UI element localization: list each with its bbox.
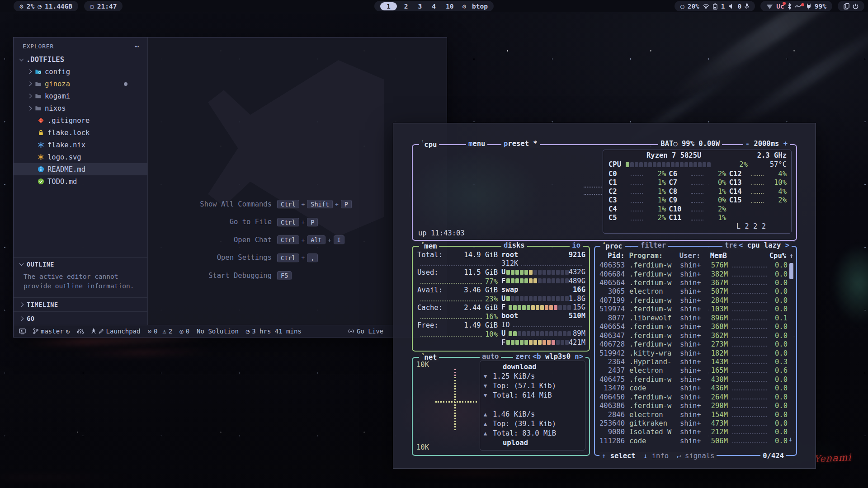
- mem-box-title[interactable]: ²mem: [419, 241, 439, 250]
- remote-window-button[interactable]: [19, 328, 26, 334]
- tree-item-logo.svg[interactable]: logo.svg: [14, 151, 147, 163]
- process-row[interactable]: 2364.Hyprland-shin+143M0.3: [596, 357, 793, 366]
- interval-increase-button[interactable]: +: [783, 140, 788, 148]
- outline-section-header[interactable]: OUTLINE: [14, 257, 147, 271]
- process-table-header[interactable]: Pid: Program: User: MemB Cpu% ↑: [596, 251, 793, 260]
- core-graph: [631, 216, 643, 221]
- process-row[interactable]: 3065electronshin+507M0.0: [596, 287, 793, 296]
- meter-block: [527, 305, 530, 310]
- net-interface-switcher[interactable]: <b wlp3s0 n>: [530, 352, 585, 361]
- process-row[interactable]: 407199.ferdium-wshin+284M0.0: [596, 296, 793, 305]
- proc-sort-selector[interactable]: < cpu lazy >: [736, 241, 792, 249]
- meter-block: [520, 270, 524, 275]
- cpu-gauge-icon: ⚙: [19, 3, 24, 10]
- process-row[interactable]: 406386.ferdium-wshin+290M0.0: [596, 401, 793, 410]
- meter-block: [536, 305, 539, 310]
- go-live-button[interactable]: Go Live: [348, 328, 383, 335]
- disks-toggle[interactable]: disks: [501, 241, 527, 249]
- tree-root-dotfiles[interactable]: .DOTFILES: [14, 53, 147, 66]
- process-row[interactable]: 2437electronshin+165M0.6: [596, 366, 793, 375]
- info-action[interactable]: info: [652, 452, 669, 460]
- launchpad-button[interactable]: Launchpad: [91, 328, 141, 335]
- disk-meter: [506, 278, 569, 283]
- workspace-button-4[interactable]: 4: [429, 3, 439, 10]
- problems-indicator[interactable]: ⊘ 0 ⚠ 2: [147, 328, 172, 335]
- go-section-header[interactable]: GO: [14, 311, 147, 325]
- process-row[interactable]: 519974.ferdium-wshin+103M0.0: [596, 305, 793, 314]
- meter-block: [563, 305, 566, 310]
- time-tracker[interactable]: ◔ 3 hrs 41 mins: [246, 328, 302, 335]
- signals-action[interactable]: signals: [685, 452, 714, 460]
- cpu-box-title[interactable]: ¹cpu: [419, 140, 439, 149]
- network-tray-icon[interactable]: [766, 4, 773, 9]
- tree-item-kogami[interactable]: kogami: [14, 90, 147, 102]
- tree-item-flake.nix[interactable]: flake.nix: [14, 139, 147, 151]
- process-row[interactable]: 9080Isolated Wshin+212M0.0: [596, 428, 793, 436]
- wave-tray-icon[interactable]: [795, 4, 803, 9]
- process-row[interactable]: 406353.ferdium-wshin+576M0.0: [596, 261, 793, 269]
- preset-button[interactable]: preset *: [501, 140, 540, 148]
- menu-button[interactable]: menu: [466, 140, 487, 148]
- proc-filter-button[interactable]: filter: [638, 241, 668, 249]
- meter-block: [506, 296, 510, 301]
- process-row[interactable]: 406728.ferdium-wshin+273M0.0: [596, 340, 793, 348]
- git-branch-indicator[interactable]: master ↻: [33, 327, 70, 335]
- process-row[interactable]: 406475.ferdium-wshin+430M0.0: [596, 375, 793, 384]
- meter-block: [565, 340, 569, 345]
- net-box-title[interactable]: ³net: [419, 352, 439, 361]
- explorer-more-actions-icon[interactable]: ⋯: [135, 42, 139, 51]
- workspace-button-2[interactable]: 2: [401, 3, 411, 10]
- process-mem-graph: [732, 281, 767, 285]
- process-cpu: 0.0: [769, 402, 788, 410]
- proc-box-title[interactable]: ⁴proc: [600, 241, 625, 250]
- source-control-graph-button[interactable]: [77, 328, 84, 334]
- workspace-button-3[interactable]: 3: [415, 3, 425, 10]
- scroll-up-icon[interactable]: ↑: [786, 252, 793, 260]
- io-mode-toggle[interactable]: io: [570, 241, 583, 249]
- scroll-down-icon[interactable]: ↓: [788, 435, 793, 443]
- process-mem: 165M: [706, 366, 728, 375]
- tree-item-README.md[interactable]: README.md: [14, 163, 147, 175]
- process-row[interactable]: 406654.ferdium-wshin+368M0.0: [596, 323, 793, 331]
- select-action[interactable]: select: [610, 452, 636, 460]
- battery-percent: 99%: [815, 3, 826, 10]
- timeline-section-header[interactable]: TIMELINE: [14, 297, 147, 311]
- uc-tray-icon[interactable]: Uc: [776, 3, 784, 10]
- process-row[interactable]: 519942.kitty-wrashin+182M0.0: [596, 349, 793, 357]
- process-row[interactable]: 111286codeshin+506M0.0: [596, 436, 793, 445]
- process-row[interactable]: 2846electronshin+154M0.0: [596, 410, 793, 419]
- meter-block: [533, 270, 537, 275]
- process-row[interactable]: 406564.ferdium-wshin+367M0.0: [596, 278, 793, 287]
- tree-item-.gitignore[interactable]: .gitignore: [14, 114, 147, 127]
- process-row[interactable]: 8077.librewolfshin+896M0.1: [596, 314, 793, 322]
- process-row[interactable]: 253640gitkrakenshin+473M0.0: [596, 419, 793, 427]
- tree-item-flake.lock[interactable]: flake.lock: [14, 127, 147, 139]
- actions-pill: [838, 1, 864, 11]
- bluetooth-icon[interactable]: [788, 3, 792, 9]
- process-user: shin+: [680, 323, 706, 331]
- core-row-C3: C31%: [609, 196, 666, 205]
- ports-indicator[interactable]: ◎ 0: [179, 328, 189, 335]
- workspace-button-1[interactable]: 1: [380, 2, 397, 10]
- process-pid: 8077: [596, 314, 625, 322]
- process-row[interactable]: 406684.ferdium-wshin+382M0.0: [596, 270, 793, 278]
- meter-label: F: [501, 303, 509, 311]
- process-row[interactable]: 13470codeshin+436M0.0: [596, 384, 793, 393]
- process-row[interactable]: 406450.ferdium-wshin+264M0.0: [596, 393, 793, 401]
- solution-indicator[interactable]: No Solution: [197, 328, 239, 335]
- tree-item-ginoza[interactable]: ginoza: [14, 78, 147, 90]
- tree-item-config[interactable]: config: [14, 66, 147, 78]
- process-pid: 406654: [596, 323, 625, 331]
- key-joiner: +: [302, 237, 305, 244]
- tree-item-TODO.md[interactable]: TODO.md: [14, 175, 147, 188]
- refresh-interval-control[interactable]: - 2000ms +: [743, 140, 790, 148]
- process-row[interactable]: 406347.ferdium-wshin+362M0.0: [596, 331, 793, 340]
- interval-decrease-button[interactable]: -: [745, 140, 750, 148]
- tree-item-nixos[interactable]: nixos: [14, 102, 147, 114]
- scrollbar-thumb[interactable]: [789, 263, 793, 279]
- power-icon[interactable]: [853, 3, 859, 9]
- process-mem: 473M: [706, 419, 728, 427]
- net-auto-toggle[interactable]: auto: [480, 352, 501, 361]
- clipboard-icon[interactable]: [844, 3, 849, 9]
- workspace-button-10[interactable]: 10: [443, 3, 456, 10]
